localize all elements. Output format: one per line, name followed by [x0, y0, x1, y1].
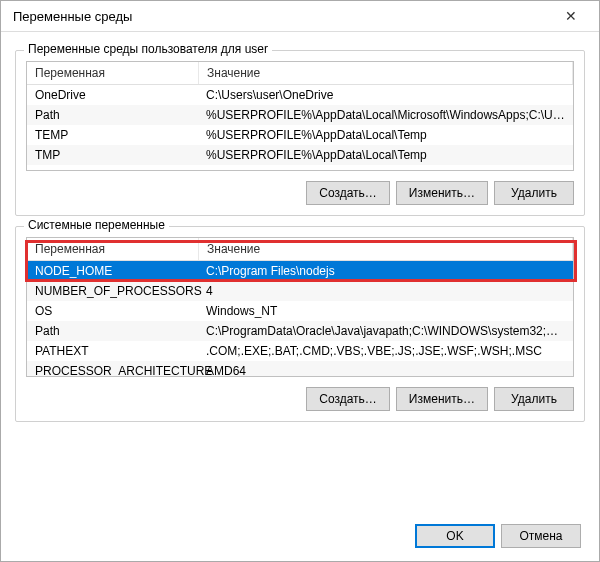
var-value: C:\Program Files\nodejs [198, 262, 573, 280]
var-name: NUMBER_OF_PROCESSORS [27, 282, 198, 300]
col-header-value[interactable]: Значение [199, 238, 573, 260]
env-vars-window: Переменные среды ✕ Переменные среды поль… [0, 0, 600, 562]
ok-button[interactable]: OK [415, 524, 495, 548]
system-buttons: Создать… Изменить… Удалить [26, 387, 574, 411]
var-name: Path [27, 322, 198, 340]
var-value: 4 [198, 282, 573, 300]
cancel-button[interactable]: Отмена [501, 524, 581, 548]
table-row[interactable]: TEMP%USERPROFILE%\AppData\Local\Temp [27, 125, 573, 145]
var-name: PATHEXT [27, 342, 198, 360]
system-delete-button[interactable]: Удалить [494, 387, 574, 411]
table-row[interactable]: NUMBER_OF_PROCESSORS4 [27, 281, 573, 301]
var-value: AMD64 [198, 362, 573, 377]
user-list-header: Переменная Значение [27, 62, 573, 85]
var-name: NODE_HOME [27, 262, 198, 280]
col-header-name[interactable]: Переменная [27, 238, 199, 260]
client-area: Переменные среды пользователя для user П… [1, 32, 599, 562]
table-row[interactable]: OneDriveC:\Users\user\OneDrive [27, 85, 573, 105]
var-value: %USERPROFILE%\AppData\Local\Temp [198, 126, 573, 144]
var-name: TMP [27, 146, 198, 164]
var-name: OS [27, 302, 198, 320]
table-row[interactable]: PROCESSOR_ARCHITECTUREAMD64 [27, 361, 573, 377]
table-row[interactable]: PathC:\ProgramData\Oracle\Java\javapath;… [27, 321, 573, 341]
system-list-header: Переменная Значение [27, 238, 573, 261]
col-header-value[interactable]: Значение [199, 62, 573, 84]
user-buttons: Создать… Изменить… Удалить [26, 181, 574, 205]
user-delete-button[interactable]: Удалить [494, 181, 574, 205]
user-edit-button[interactable]: Изменить… [396, 181, 488, 205]
close-icon[interactable]: ✕ [551, 4, 591, 28]
table-row[interactable]: TMP%USERPROFILE%\AppData\Local\Temp [27, 145, 573, 165]
table-row[interactable]: OSWindows_NT [27, 301, 573, 321]
col-header-name[interactable]: Переменная [27, 62, 199, 84]
system-vars-group: Системные переменные Переменная Значение… [15, 226, 585, 422]
titlebar: Переменные среды ✕ [1, 1, 599, 32]
system-create-button[interactable]: Создать… [306, 387, 390, 411]
var-value: C:\Users\user\OneDrive [198, 86, 573, 104]
var-name: Path [27, 106, 198, 124]
var-value: %USERPROFILE%\AppData\Local\Microsoft\Wi… [198, 106, 573, 124]
table-row[interactable]: PATHEXT.COM;.EXE;.BAT;.CMD;.VBS;.VBE;.JS… [27, 341, 573, 361]
user-group-caption: Переменные среды пользователя для user [24, 42, 272, 56]
system-group-caption: Системные переменные [24, 218, 169, 232]
var-name: TEMP [27, 126, 198, 144]
table-row[interactable]: NODE_HOMEC:\Program Files\nodejs [27, 261, 573, 281]
user-vars-group: Переменные среды пользователя для user П… [15, 50, 585, 216]
var-name: PROCESSOR_ARCHITECTURE [27, 362, 198, 377]
window-title: Переменные среды [13, 9, 132, 24]
dialog-buttons: OK Отмена [15, 518, 585, 548]
user-vars-list[interactable]: Переменная Значение OneDriveC:\Users\use… [26, 61, 574, 171]
system-edit-button[interactable]: Изменить… [396, 387, 488, 411]
var-name: OneDrive [27, 86, 198, 104]
var-value: Windows_NT [198, 302, 573, 320]
table-row[interactable]: Path%USERPROFILE%\AppData\Local\Microsof… [27, 105, 573, 125]
var-value: .COM;.EXE;.BAT;.CMD;.VBS;.VBE;.JS;.JSE;.… [198, 342, 573, 360]
system-vars-list[interactable]: Переменная Значение NODE_HOMEC:\Program … [26, 237, 574, 377]
var-value: %USERPROFILE%\AppData\Local\Temp [198, 146, 573, 164]
var-value: C:\ProgramData\Oracle\Java\javapath;C:\W… [198, 322, 573, 340]
user-create-button[interactable]: Создать… [306, 181, 390, 205]
